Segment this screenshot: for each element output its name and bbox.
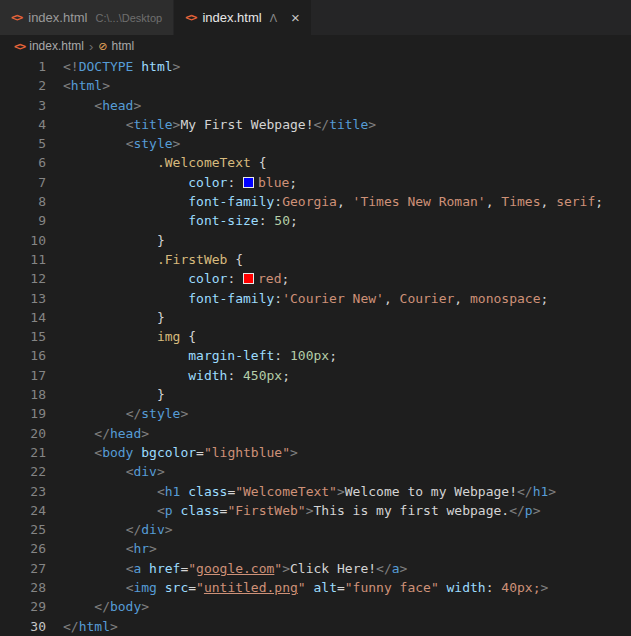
code-line[interactable]: 24 <p class="FirstWeb">This is my first …	[0, 501, 631, 520]
line-number[interactable]: 9	[0, 211, 63, 230]
code-line[interactable]: 5 <style>	[0, 134, 631, 153]
code-line[interactable]: 8 font-family:Georgia, 'Times New Roman'…	[0, 192, 631, 211]
code-token: DOCTYPE	[79, 59, 134, 74]
line-number[interactable]: 12	[0, 269, 63, 288]
line-number[interactable]: 20	[0, 424, 63, 443]
code-token: 'Times New Roman'	[353, 194, 486, 209]
line-number[interactable]: 2	[0, 76, 63, 95]
line-number[interactable]: 13	[0, 289, 63, 308]
code-token: img	[157, 329, 180, 344]
code-line[interactable]: 3 <head>	[0, 96, 631, 115]
breadcrumb-item-html[interactable]: ⊘ html	[98, 39, 134, 53]
code-line[interactable]: 4 <title>My First Webpage!</title>	[0, 115, 631, 134]
code-line[interactable]: 20 </head>	[0, 424, 631, 443]
breadcrumb-item-file[interactable]: <> index.html	[14, 39, 84, 53]
code-token: >	[110, 619, 118, 634]
line-number[interactable]: 15	[0, 327, 63, 346]
code-line[interactable]: 18 }	[0, 385, 631, 404]
code-line[interactable]: 21 <body bgcolor="lightblue">	[0, 443, 631, 462]
line-number[interactable]: 24	[0, 501, 63, 520]
line-number[interactable]: 29	[0, 597, 63, 616]
line-number[interactable]: 19	[0, 404, 63, 423]
line-number[interactable]: 23	[0, 482, 63, 501]
code-line[interactable]: 26 <hr>	[0, 539, 631, 558]
code-token: </	[517, 484, 533, 499]
code-line[interactable]: 14 }	[0, 308, 631, 327]
tab-description: Λ	[270, 12, 277, 24]
code-text: <div>	[63, 462, 165, 481]
code-text: .WelcomeText {	[63, 153, 267, 172]
line-number[interactable]: 10	[0, 231, 63, 250]
code-token: <	[63, 78, 71, 93]
code-token: >	[533, 503, 541, 518]
code-line[interactable]: 11 .FirstWeb {	[0, 250, 631, 269]
line-number[interactable]: 8	[0, 192, 63, 211]
code-line[interactable]: 29 </body>	[0, 597, 631, 616]
code-token: h1	[533, 484, 549, 499]
close-tab-icon[interactable]: ×	[291, 10, 300, 25]
code-line[interactable]: 6 .WelcomeText {	[0, 153, 631, 172]
code-line[interactable]: 7 color: blue;	[0, 173, 631, 192]
code-line[interactable]: 15 img {	[0, 327, 631, 346]
color-swatch-red[interactable]	[243, 273, 254, 284]
code-line[interactable]: 16 margin-left: 100px;	[0, 346, 631, 365]
code-line[interactable]: 22 <div>	[0, 462, 631, 481]
line-number[interactable]: 18	[0, 385, 63, 404]
line-number[interactable]: 16	[0, 346, 63, 365]
code-token	[63, 155, 157, 170]
code-token: <	[94, 98, 102, 113]
html-file-icon: <>	[11, 11, 22, 24]
code-line[interactable]: 23 <h1 class="WelcomeText">Welcome to my…	[0, 482, 631, 501]
line-number[interactable]: 14	[0, 308, 63, 327]
code-line[interactable]: 10 }	[0, 231, 631, 250]
code-line[interactable]: 12 color: red;	[0, 269, 631, 288]
code-line[interactable]: 28 <img src="untitled.png" alt="funny fa…	[0, 578, 631, 597]
code-line[interactable]: 30</html>	[0, 617, 631, 636]
code-line[interactable]: 27 <a href="google.com">Click Here!</a>	[0, 559, 631, 578]
code-text: color: red;	[63, 269, 289, 288]
line-number[interactable]: 25	[0, 520, 63, 539]
html-file-icon: <>	[14, 40, 25, 53]
breadcrumb: <> index.html › ⊘ html	[0, 35, 631, 57]
code-token	[63, 310, 157, 325]
code-token: class	[188, 484, 227, 499]
tab-index-html-1[interactable]: <> index.html C:\...\Desktop	[0, 0, 174, 35]
code-line[interactable]: 2<html>	[0, 76, 631, 95]
line-number[interactable]: 26	[0, 539, 63, 558]
code-line[interactable]: 25 </div>	[0, 520, 631, 539]
html-file-icon: <>	[185, 11, 196, 24]
line-number[interactable]: 27	[0, 559, 63, 578]
line-number[interactable]: 7	[0, 173, 63, 192]
code-token	[63, 98, 94, 113]
line-number[interactable]: 30	[0, 617, 63, 636]
line-number[interactable]: 17	[0, 366, 63, 385]
code-text: <style>	[63, 134, 180, 153]
code-token: Welcome to my Webpage!	[345, 484, 517, 499]
code-token	[63, 194, 188, 209]
line-number[interactable]: 28	[0, 578, 63, 597]
line-number[interactable]: 22	[0, 462, 63, 481]
tab-index-html-2[interactable]: <> index.html Λ ×	[174, 0, 312, 35]
code-token: >	[173, 136, 181, 151]
code-line[interactable]: 13 font-family:'Courier New', Courier, m…	[0, 289, 631, 308]
code-line[interactable]: 1<!DOCTYPE html>	[0, 57, 631, 76]
code-token: style	[133, 136, 172, 151]
line-number[interactable]: 21	[0, 443, 63, 462]
line-number[interactable]: 1	[0, 57, 63, 76]
code-text: }	[63, 308, 165, 327]
code-token: ;	[282, 271, 290, 286]
line-number[interactable]: 11	[0, 250, 63, 269]
code-token	[63, 561, 126, 576]
code-token	[63, 522, 126, 537]
code-line[interactable]: 9 font-size: 50;	[0, 211, 631, 230]
line-number[interactable]: 4	[0, 115, 63, 134]
code-token: p	[525, 503, 533, 518]
tab-label: index.html	[202, 10, 261, 25]
color-swatch-blue[interactable]	[243, 177, 254, 188]
line-number[interactable]: 6	[0, 153, 63, 172]
code-line[interactable]: 17 width: 450px;	[0, 366, 631, 385]
line-number[interactable]: 3	[0, 96, 63, 115]
line-number[interactable]: 5	[0, 134, 63, 153]
code-line[interactable]: 19 </style>	[0, 404, 631, 423]
code-token: div	[133, 464, 156, 479]
